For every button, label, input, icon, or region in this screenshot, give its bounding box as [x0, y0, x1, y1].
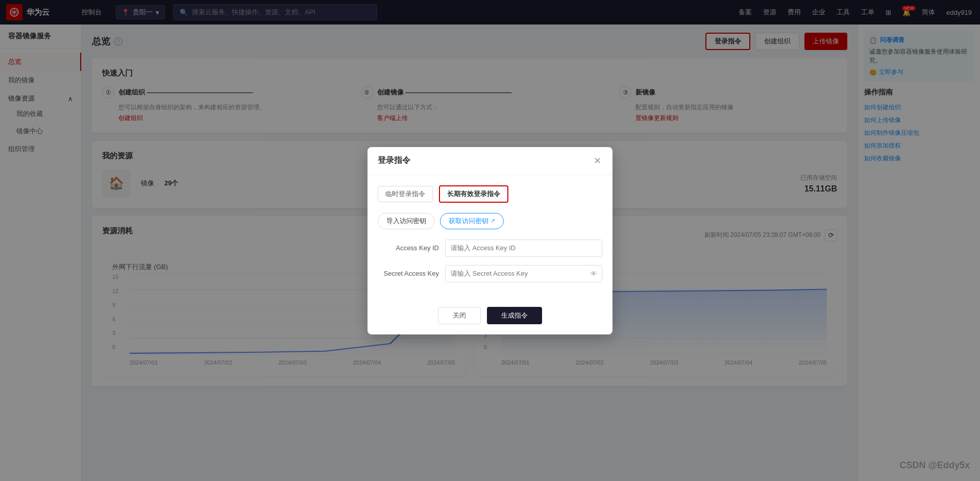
secret-access-key-label: Secret Access Key: [378, 270, 439, 277]
modal-close-button[interactable]: ✕: [593, 155, 602, 166]
tab-longterm-label: 长期有效登录指令: [447, 190, 500, 198]
modal-title: 登录指令: [378, 155, 410, 166]
secret-access-key-row: Secret Access Key 👁: [378, 265, 602, 282]
modal-body: 临时登录指令 长期有效登录指令 导入访问密钥 获取访问密钥 ↗ Access K…: [368, 175, 612, 301]
login-cmd-modal: 登录指令 ✕ 临时登录指令 长期有效登录指令 导入访问密钥 获取访问密钥 ↗: [368, 147, 612, 334]
modal-tabs: 临时登录指令 长期有效登录指令: [378, 185, 602, 203]
external-link-icon: ↗: [491, 218, 495, 224]
get-key-button[interactable]: 获取访问密钥 ↗: [440, 213, 504, 229]
secret-input-wrapper: 👁: [445, 265, 602, 282]
tab-longterm-login[interactable]: 长期有效登录指令: [439, 185, 508, 203]
modal-header: 登录指令 ✕: [368, 147, 612, 175]
get-key-label: 获取访问密钥: [449, 217, 488, 226]
modal-footer: 关闭 生成指令: [368, 301, 612, 334]
show-password-icon[interactable]: 👁: [590, 270, 597, 278]
import-key-button[interactable]: 导入访问密钥: [378, 213, 435, 229]
modal-generate-button[interactable]: 生成指令: [487, 307, 542, 324]
modal-overlay[interactable]: 登录指令 ✕ 临时登录指令 长期有效登录指令 导入访问密钥 获取访问密钥 ↗: [0, 0, 980, 481]
access-key-id-label: Access Key ID: [378, 244, 439, 252]
tab-temp-login[interactable]: 临时登录指令: [378, 186, 433, 202]
secret-access-key-input[interactable]: [445, 265, 602, 282]
modal-action-row: 导入访问密钥 获取访问密钥 ↗: [378, 213, 602, 229]
modal-cancel-button[interactable]: 关闭: [438, 307, 481, 324]
access-key-id-row: Access Key ID: [378, 239, 602, 257]
access-key-id-input[interactable]: [445, 239, 602, 257]
